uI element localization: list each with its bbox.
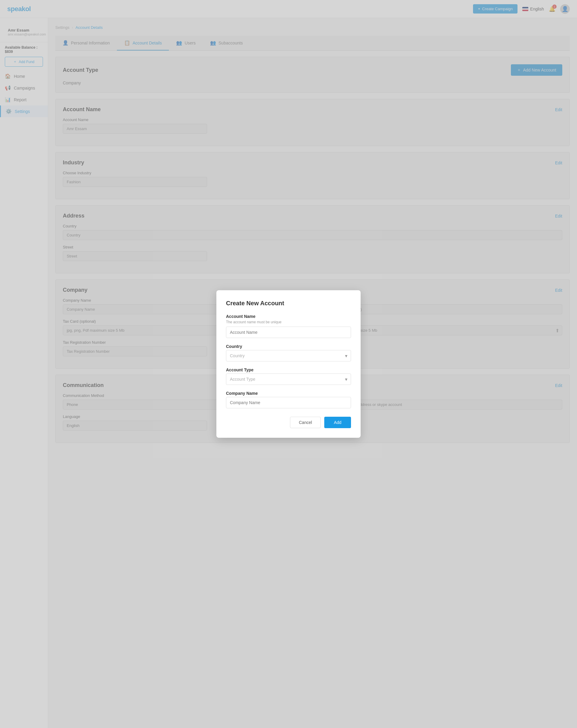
modal-account-name-label: Account Name [226,314,351,319]
content-area: Settings › Account Details 👤 Personal In… [48,18,577,728]
modal-company-name-label: Company Name [226,391,351,396]
modal-account-type-label: Account Type [226,367,351,372]
modal-account-type-group: Account Type Account Type ▾ [226,367,351,385]
modal-overlay: Create New Account Account Name The acco… [0,0,577,728]
modal-add-button[interactable]: Add [324,417,351,428]
modal-country-select-wrap: Country ▾ [226,350,351,361]
modal-cancel-button[interactable]: Cancel [290,417,321,428]
modal-account-type-select-wrap: Account Type ▾ [226,373,351,385]
create-new-account-modal: Create New Account Account Name The acco… [216,290,361,438]
modal-title: Create New Account [226,300,351,307]
modal-account-name-group: Account Name The account name must be un… [226,314,351,338]
modal-account-name-sublabel: The account name must be unique [226,320,351,324]
modal-country-group: Country Country ▾ [226,344,351,361]
main-layout: 👤 Amr Essam amr.essam@speakol.com Availa… [0,18,577,728]
modal-company-name-group: Company Name [226,391,351,408]
modal-actions: Cancel Add [226,417,351,428]
modal-country-label: Country [226,344,351,349]
modal-account-name-input[interactable] [226,327,351,338]
modal-country-select[interactable]: Country [226,350,351,361]
modal-company-name-input[interactable] [226,397,351,408]
modal-account-type-select[interactable]: Account Type [226,373,351,385]
